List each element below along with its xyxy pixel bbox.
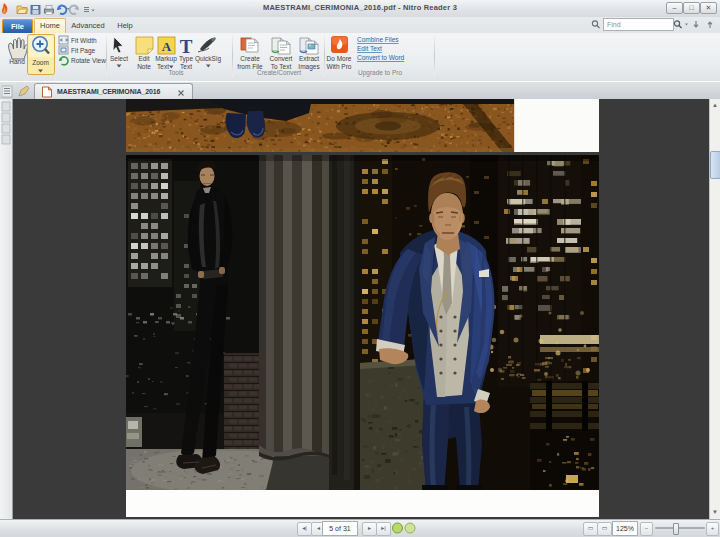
svg-text:Select: Select [110,55,128,62]
svg-text:Do More: Do More [327,55,352,62]
svg-text:Convert: Convert [270,55,293,62]
svg-text:Type: Type [179,55,193,63]
svg-text:To Text: To Text [271,63,292,70]
svg-text:Markup: Markup [155,55,177,63]
svg-text:Zoom: Zoom [32,59,49,66]
svg-text:Note: Note [137,63,151,70]
svg-text:Fit Width: Fit Width [71,37,97,44]
svg-text:Edit Text: Edit Text [357,45,382,52]
svg-text:A: A [162,39,172,54]
svg-text:T: T [180,36,193,57]
svg-text:Text: Text [180,63,192,70]
svg-text:Fit Page: Fit Page [71,47,96,55]
svg-text:Hand: Hand [9,58,25,65]
svg-text:Convert to Word: Convert to Word [357,54,405,61]
svg-text:QuickSig: QuickSig [195,55,221,63]
svg-text:With Pro: With Pro [327,63,352,70]
svg-text:Extract: Extract [299,55,319,62]
svg-text:Edit: Edit [138,55,149,62]
svg-text:Images: Images [298,63,320,71]
svg-text:Text: Text [157,63,169,70]
svg-text:Combine Files: Combine Files [357,36,399,43]
svg-text:from File: from File [237,63,263,70]
svg-text:Create: Create [240,55,260,62]
svg-text:Rotate View: Rotate View [71,57,106,64]
